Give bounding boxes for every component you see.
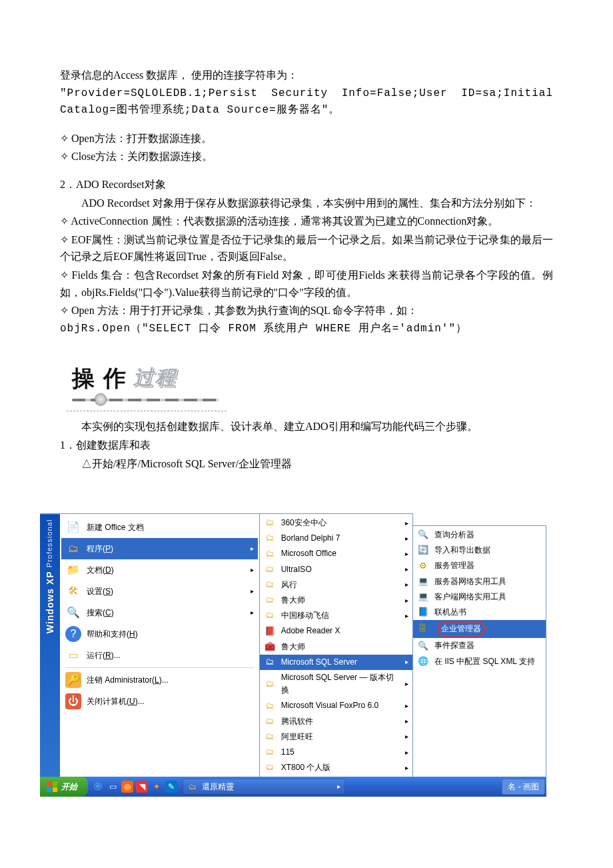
desktop-icon[interactable]: ▭: [107, 781, 119, 793]
programs-submenu-item[interactable]: 🗂115: [260, 745, 412, 760]
menu-label: 风行: [281, 579, 297, 591]
start-menu-item[interactable]: 📄新建 Office 文档: [61, 517, 258, 538]
start-menu-item[interactable]: 🔍搜索(C): [61, 602, 258, 623]
paragraph: ADO Recordset 对象用于保存从数据源获得记录集，本实例中用到的属性、…: [60, 195, 553, 212]
menu-label: 导入和导出数据: [434, 544, 490, 557]
programs-submenu-item[interactable]: 🗂中国移动飞信: [260, 608, 412, 623]
folder-icon: 🗂: [264, 548, 276, 560]
bullet-open-method: Open 方法：用于打开记录集，其参数为执行查询的SQL 命令字符串，如：: [60, 302, 553, 319]
programs-submenu-item[interactable]: 🗂腾讯软件: [260, 714, 412, 729]
menu-label: UltraISO: [281, 563, 312, 576]
programs-submenu-item[interactable]: 🗂Microsoft Office: [260, 546, 412, 561]
start-menu-item[interactable]: ⏻关闭计算机(U)...: [61, 691, 258, 712]
folder-icon: 🗂: [264, 656, 276, 668]
start-menu-left-panel: Windows XP Professional 📄新建 Office 文档🗂程序…: [40, 513, 260, 777]
windows-logo-icon: [47, 781, 57, 792]
menu-label: 文档(D): [87, 564, 114, 577]
folder-icon: 🗂: [264, 610, 276, 622]
sqlserver-submenu-item[interactable]: 🌐在 IIS 中配置 SQL XML 支持: [413, 654, 546, 669]
start-menu-item[interactable]: ▭运行(R)...: [61, 645, 258, 666]
menu-label: 鲁大师: [281, 594, 305, 607]
menu-label: 阿里旺旺: [281, 731, 313, 743]
menu-label: 查询分析器: [434, 529, 474, 541]
sqlserver-submenu-item[interactable]: 🔄导入和导出数据: [413, 543, 546, 558]
start-menu-item[interactable]: 🛠设置(S): [61, 581, 258, 602]
app-icon[interactable]: ◎: [121, 781, 133, 793]
tool-icon: 🔍: [417, 529, 429, 541]
start-menu-item[interactable]: ?帮助和支持(H): [61, 623, 258, 645]
programs-submenu-item[interactable]: 🧰鲁大师: [260, 639, 412, 655]
pdf-icon: 📕: [264, 625, 276, 637]
bullet-open: Open方法：打开数据源连接。: [60, 130, 553, 147]
bullet-fields: Fields 集合：包含Recordset 对象的所有Field 对象，即可使用…: [60, 267, 553, 301]
app-icon[interactable]: ✎: [165, 781, 177, 793]
sqlserver-submenu-item[interactable]: 📘联机丛书: [413, 605, 546, 620]
menu-label: 联机丛书: [434, 606, 466, 619]
menu-label: 服务管理器: [434, 559, 474, 572]
folder-icon: 🗂: [264, 579, 276, 591]
paragraph: 登录信息的Access 数据库， 使用的连接字符串为：: [60, 67, 553, 84]
banner-ring-icon: [95, 393, 107, 405]
menu-label: 搜索(C): [87, 607, 114, 619]
taskbar-submenu-overflow: 🗂 還原精靈 ▸: [183, 779, 345, 795]
menu-label: 事件探查器: [434, 639, 474, 652]
folder-icon: 🗂: [264, 747, 276, 759]
start-label: 开始: [61, 781, 77, 793]
programs-submenu-item[interactable]: 🗂阿里旺旺: [260, 729, 412, 745]
programs-submenu-item[interactable]: 🗂鲁大师: [260, 593, 412, 608]
sqlserver-submenu-item[interactable]: 💻客户端网络实用工具: [413, 589, 546, 605]
programs-submenu-item[interactable]: 🗂UltraISO: [260, 562, 412, 577]
folder-icon: ▭: [65, 647, 81, 663]
banner-italic-text: 过程: [133, 361, 177, 393]
menu-label: Microsoft SQL Server — 版本切换: [281, 671, 400, 697]
programs-submenu-item[interactable]: 🗂Borland Delphi 7: [260, 531, 412, 546]
start-menu-item[interactable]: 🗂程序(P): [61, 538, 258, 559]
sqlserver-submenu-item[interactable]: ⚙服务管理器: [413, 558, 546, 573]
menu-label: 程序(P): [87, 543, 113, 555]
programs-submenu-item[interactable]: 🗂XT800 个人版: [260, 760, 412, 775]
menu-label-highlighted: 企业管理器: [437, 621, 485, 637]
tool-icon: 🔄: [417, 545, 429, 557]
bullet-eof: EOF属性：测试当前记录位置是否位于记录集的最后一个记录之后。如果当前记录位于记…: [60, 231, 553, 265]
folder-icon: 📁: [65, 562, 81, 578]
folder-icon: ⏻: [65, 693, 81, 709]
separator: [65, 667, 254, 668]
sqlserver-submenu-item[interactable]: 🗄企业管理器: [413, 620, 546, 638]
app-icon[interactable]: ◥: [136, 781, 148, 793]
programs-submenu-item[interactable]: 📕Adobe Reader X: [260, 623, 412, 639]
start-menu-item[interactable]: 🔑注销 Administrator(L)...: [61, 669, 258, 691]
menu-label: 设置(S): [87, 585, 113, 598]
start-button[interactable]: 开始: [40, 777, 88, 797]
tool-icon: 🔍: [417, 640, 429, 652]
folder-icon: 🗂: [264, 678, 276, 690]
sqlserver-submenu-item[interactable]: 💻服务器网络实用工具: [413, 574, 546, 589]
menu-label: 帮助和支持(H): [87, 628, 138, 641]
heading-create-db: 1．创建数据库和表: [60, 437, 553, 454]
programs-submenu-item[interactable]: 🗂Microsoft SQL Server — 版本切换: [260, 670, 412, 698]
banner-bar-icon: [72, 399, 219, 401]
submenu-last-item[interactable]: 還原精靈: [202, 781, 234, 793]
app-icon[interactable]: ✦: [151, 781, 163, 793]
sqlserver-submenu-item[interactable]: 🔍查询分析器: [413, 527, 546, 543]
menu-label: 在 IIS 中配置 SQL XML 支持: [434, 655, 535, 668]
programs-submenu: 🗂360安全中心🗂Borland Delphi 7🗂Microsoft Offi…: [260, 513, 413, 777]
folder-icon: 🗂: [264, 715, 276, 727]
tool-icon: 💻: [417, 575, 429, 587]
menu-label: 腾讯软件: [281, 715, 313, 728]
menu-label: 服务器网络实用工具: [434, 575, 506, 588]
heading-ado-recordset: 2．ADO Recordset对象: [60, 176, 553, 193]
taskbar-active-task[interactable]: 名 - 画图: [502, 779, 545, 795]
quicklaunch: ⓔ ▭ ◎ ◥ ✦ ✎: [92, 781, 177, 793]
programs-submenu-item[interactable]: 🗂Microsoft SQL Server: [260, 655, 412, 670]
folder-icon: 🗂: [264, 731, 276, 743]
code-sql: objRs.Open（"SELECT 口令 FROM 系统用户 WHERE 用户…: [60, 321, 553, 338]
start-menu-item[interactable]: 📁文档(D): [61, 559, 258, 581]
folder-icon: 🛠: [65, 583, 81, 599]
paragraph: 本实例的实现包括创建数据库、设计表单、建立ADO引用和编写功能代码三个步骤。: [60, 418, 553, 435]
sqlserver-submenu-item[interactable]: 🔍事件探查器: [413, 638, 546, 653]
nav-path: 开始/程序/Microsoft SQL Server/企业管理器: [60, 455, 553, 473]
programs-submenu-item[interactable]: 🗂360安全中心: [260, 515, 412, 531]
programs-submenu-item[interactable]: 🗂Microsoft Visual FoxPro 6.0: [260, 698, 412, 713]
ie-icon[interactable]: ⓔ: [92, 781, 104, 793]
programs-submenu-item[interactable]: 🗂风行: [260, 577, 412, 593]
